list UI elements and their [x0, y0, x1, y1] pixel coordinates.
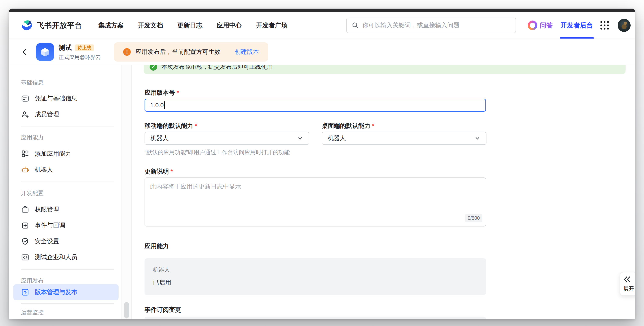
- default-capability-hint: “默认的应用功能”即用户通过工作台访问应用时打开的功能: [144, 148, 309, 155]
- nav-item-changelog[interactable]: 更新日志: [177, 21, 202, 30]
- shield-check-icon: [21, 237, 29, 246]
- app-meta: 测试 待上线 正式应用@环界云: [59, 43, 100, 61]
- nav-menu: 集成方案 开发文档 更新日志 应用中心 开发者广场: [98, 21, 288, 30]
- nav-item-docs[interactable]: 开发文档: [138, 21, 163, 30]
- qa-gradient-icon: [528, 20, 537, 30]
- code-brackets-icon: [21, 253, 29, 262]
- cube-icon: [39, 46, 51, 58]
- qa-link[interactable]: 问答: [528, 20, 553, 30]
- sidebar-item-bot[interactable]: 机器人: [9, 162, 122, 178]
- sidebar-item-members[interactable]: 成员管理: [9, 106, 122, 122]
- chevron-down-icon: [474, 135, 480, 142]
- sidebar-item-events[interactable]: 事件与回调: [9, 218, 122, 234]
- sidebar-scrollbar[interactable]: [122, 65, 132, 319]
- sidebar-item-label: 凭证与基础信息: [35, 94, 77, 103]
- desktop-capability-label: 桌面端的默认能力*: [322, 122, 486, 129]
- version-input[interactable]: 1.0.0: [144, 99, 486, 112]
- search-input[interactable]: 你可以输入关键词，或直接输入问题: [346, 18, 516, 33]
- mobile-capability-select[interactable]: 机器人: [144, 132, 309, 145]
- sidebar-item-credentials[interactable]: 凭证与基础信息: [9, 90, 122, 106]
- sidebar-item-label: 成员管理: [35, 110, 59, 118]
- events-section-title: 事件订阅变更: [144, 306, 635, 313]
- status-badge: 待上线: [75, 44, 94, 51]
- create-version-link[interactable]: 创建版本: [235, 48, 259, 56]
- feishu-logo[interactable]: 飞书开放平台: [20, 18, 82, 32]
- app-title: 测试: [59, 43, 72, 52]
- capability-section-title: 应用能力: [144, 242, 635, 250]
- sidebar-item-label: 测试企业和人员: [35, 253, 77, 262]
- app-grid-icon[interactable]: [600, 21, 609, 30]
- back-arrow-icon[interactable]: [20, 48, 29, 56]
- developer-console-label: 开发者后台: [560, 21, 593, 30]
- developer-console-tab[interactable]: 开发者后台: [560, 12, 593, 38]
- sidebar-item-test-org[interactable]: 测试企业和人员: [9, 249, 122, 265]
- briefcase-lock-icon: [21, 205, 29, 214]
- event-callback-icon: [21, 221, 29, 230]
- release-notes-label: 更新说明*: [144, 168, 635, 175]
- sidebar-section-release: 应用发布: [9, 277, 122, 284]
- release-notes-textarea[interactable]: 此内容将于应用的更新日志中显示 0/500: [144, 178, 486, 226]
- browser-window: 飞书开放平台 集成方案 开发文档 更新日志 应用中心 开发者广场 你可以输入关键…: [9, 8, 635, 319]
- release-notes-placeholder: 此内容将于应用的更新日志中显示: [150, 182, 480, 191]
- warning-icon: !: [123, 48, 131, 56]
- char-counter: 0/500: [465, 214, 482, 222]
- active-tab-underline: [560, 37, 594, 38]
- events-card: [144, 316, 486, 319]
- capability-status: 已启用: [153, 278, 478, 287]
- id-card-icon: [21, 94, 29, 103]
- nav-item-app-center[interactable]: 应用中心: [216, 21, 242, 30]
- required-mark: *: [372, 123, 374, 129]
- sidebar-section-basic: 基础信息: [9, 79, 122, 86]
- sidebar: 基础信息 凭证与基础信息 成员管理 应用能力: [9, 65, 122, 319]
- nav-item-marketplace[interactable]: 开发者广场: [256, 21, 288, 30]
- warning-text: 应用发布后，当前配置方可生效: [135, 48, 220, 56]
- top-navbar: 飞书开放平台 集成方案 开发文档 更新日志 应用中心 开发者广场 你可以输入关键…: [9, 12, 635, 39]
- sidebar-divider: [21, 181, 114, 182]
- sidebar-section-capability: 应用能力: [9, 134, 122, 141]
- required-mark: *: [176, 90, 179, 96]
- content-area: 基础信息 凭证与基础信息 成员管理 应用能力: [9, 65, 635, 319]
- required-mark: *: [170, 168, 173, 175]
- sidebar-item-label: 事件与回调: [35, 221, 65, 230]
- sidebar-item-version-release[interactable]: 版本管理与发布: [14, 284, 118, 300]
- sidebar-section-devconfig: 开发配置: [9, 190, 122, 197]
- desktop-capability-select[interactable]: 机器人: [322, 132, 486, 145]
- app-icon: [36, 43, 54, 61]
- mobile-capability-label: 移动端的默认能力*: [144, 122, 309, 129]
- sidebar-item-label: 添加应用能力: [35, 150, 71, 158]
- nav-item-solutions[interactable]: 集成方案: [98, 21, 124, 30]
- sidebar-section-monitoring: 运营监控: [9, 309, 122, 316]
- sidebar-divider: [21, 126, 114, 127]
- sidebar-item-label: 机器人: [35, 166, 53, 174]
- desktop-capability-value: 机器人: [328, 134, 346, 142]
- required-mark: *: [195, 123, 197, 129]
- qa-label: 问答: [540, 21, 553, 30]
- expand-panel-button[interactable]: 展开: [620, 272, 635, 296]
- sidebar-item-permissions[interactable]: 权限管理: [9, 202, 122, 218]
- search-icon: [352, 22, 359, 29]
- sidebar-item-security[interactable]: 安全设置: [9, 234, 122, 249]
- main-panel: ✓ 本次发布免审核，提交发布后即可上线使用 应用版本号* 1.0.0 移动端的默…: [132, 65, 635, 319]
- app-header: 测试 待上线 正式应用@环界云 ! 应用发布后，当前配置方可生效 创建版本: [9, 39, 635, 65]
- capability-name: 机器人: [153, 266, 478, 274]
- user-avatar[interactable]: [618, 19, 630, 32]
- scrollbar-thumb[interactable]: [124, 302, 129, 318]
- app-subtitle: 正式应用@环界云: [59, 54, 100, 61]
- success-check-icon: ✓: [150, 65, 157, 70]
- feishu-logo-icon: [20, 18, 34, 32]
- publish-warning-banner: ! 应用发布后，当前配置方可生效 创建版本: [114, 42, 268, 62]
- success-banner-text: 本次发布免审核，提交发布后即可上线使用: [161, 65, 273, 71]
- success-banner: ✓ 本次发布免审核，提交发布后即可上线使用: [144, 65, 626, 74]
- nav-right-cluster: 问答 开发者后台: [528, 12, 630, 38]
- sidebar-divider: [21, 303, 114, 304]
- sidebar-item-label: 权限管理: [35, 205, 59, 214]
- member-add-icon: [21, 110, 29, 118]
- double-chevron-left-icon: [624, 276, 631, 283]
- version-release-icon: [21, 288, 29, 296]
- logo-text: 飞书开放平台: [37, 20, 82, 30]
- sidebar-item-label: 版本管理与发布: [35, 288, 77, 296]
- sidebar-divider: [21, 270, 114, 270]
- robot-icon: [21, 166, 29, 174]
- sidebar-item-add-capability[interactable]: 添加应用能力: [9, 146, 122, 162]
- add-capability-icon: [21, 150, 29, 158]
